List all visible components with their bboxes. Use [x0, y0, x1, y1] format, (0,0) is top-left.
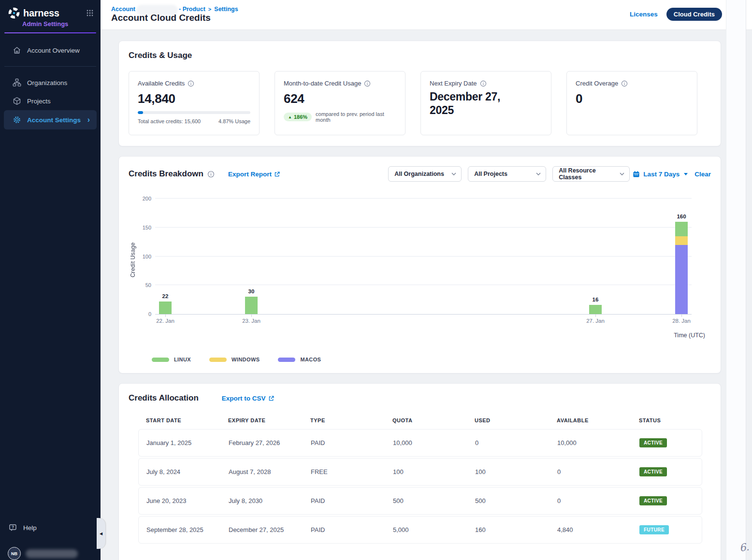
info-icon[interactable] — [480, 80, 487, 87]
table-column-header-quota: QUOTA — [392, 417, 475, 423]
legend-swatch-windows — [209, 358, 227, 362]
chevron-down-icon — [536, 172, 541, 175]
table-column-header-used: USED — [475, 417, 557, 423]
chart-gridline — [155, 198, 692, 199]
filter-select-all-projects[interactable]: All Projects — [468, 166, 546, 182]
stat-label-text: Available Credits — [138, 80, 185, 87]
cell-used: 500 — [475, 497, 557, 504]
credits-progress-fill — [138, 111, 143, 114]
sidebar: harness Admin Settings Account OverviewO… — [0, 0, 101, 560]
chart-bar-value-label: 160 — [667, 214, 696, 219]
chart-bar-segment-macos — [675, 245, 688, 314]
scrollbar-track[interactable] — [726, 0, 746, 560]
brand-name: harness — [23, 8, 59, 19]
svg-text:?: ? — [12, 525, 14, 530]
stray-annotation-mark: 6. — [738, 541, 750, 554]
breadcrumb-account-link[interactable]: Account — [111, 6, 135, 13]
cell-start_date: September 28, 2025 — [146, 526, 229, 533]
breakdown-info-icon[interactable] — [207, 171, 215, 178]
date-range-picker[interactable]: Last 7 Days — [633, 171, 688, 178]
date-range-label: Last 7 Days — [643, 171, 680, 178]
legend-item-windows[interactable]: WINDOWS — [209, 357, 260, 362]
info-icon[interactable] — [621, 80, 628, 87]
cell-status: ACTIVE — [639, 467, 702, 476]
export-report-link[interactable]: Export Report — [228, 171, 280, 178]
cell-type: PAID — [311, 526, 393, 533]
breadcrumb-settings-link[interactable]: Settings — [214, 6, 238, 13]
legend-item-macos[interactable]: MACOS — [278, 357, 321, 362]
external-link-icon — [268, 395, 275, 402]
sidebar-item-projects[interactable]: Projects — [4, 92, 97, 110]
table-row: January 1, 2025February 27, 2026PAID10,0… — [138, 429, 702, 457]
help-label: Help — [23, 524, 37, 531]
chart-bar-segment-windows — [675, 236, 688, 245]
table-column-header-type: TYPE — [310, 417, 392, 423]
chart-x-axis-label: Time (UTC) — [674, 332, 705, 339]
legend-label: WINDOWS — [231, 357, 260, 362]
sidebar-nav-divider — [4, 66, 96, 67]
credit-usage-chart: Credit Usage 050100150200223016160 Time … — [129, 195, 711, 351]
chevron-right-icon: › — [87, 116, 90, 124]
chart-gridline — [155, 227, 692, 228]
stat-card-next-expiry-date: Next Expiry DateDecember 27, 2025 — [420, 71, 551, 135]
sidebar-item-account-settings[interactable]: Account Settings› — [4, 110, 97, 129]
legend-label: MACOS — [300, 357, 321, 362]
chart-x-tick-label: 22. Jan — [144, 318, 187, 324]
cell-status: FUTURE — [639, 525, 702, 534]
cell-expiry_date: August 7, 2028 — [229, 468, 311, 475]
credits-usage-card: Credits & Usage Available Credits14,840T… — [118, 41, 721, 146]
stat-card-value: December 27, 2025 — [430, 90, 521, 117]
sidebar-collapse-handle[interactable]: ◀ — [97, 518, 105, 549]
breadcrumb-product-link[interactable]: - Product — [179, 6, 205, 13]
licenses-link[interactable]: Licenses — [630, 11, 658, 18]
caret-down-icon — [684, 173, 688, 175]
chart-y-axis-label: Credit Usage — [130, 215, 136, 277]
info-icon[interactable] — [188, 80, 194, 87]
filter-select-all-organizations[interactable]: All Organizations — [388, 166, 462, 182]
chart-bar-segment-linux — [675, 222, 688, 236]
cell-available: 0 — [557, 497, 639, 504]
filter-select-all-resource-classes[interactable]: All Resource Classes — [552, 166, 630, 182]
cell-type: FREE — [311, 468, 393, 475]
credits-allocation-title: Credits Allocation — [129, 393, 199, 403]
chart-bar-value-label: 22 — [151, 293, 180, 299]
avatar[interactable]: NB — [8, 547, 21, 560]
cell-available: 0 — [557, 468, 639, 475]
harness-logo-icon — [8, 7, 20, 19]
help-chat-icon: ? — [9, 523, 18, 532]
sidebar-item-account-overview[interactable]: Account Overview — [4, 41, 97, 59]
chevron-down-icon — [451, 172, 456, 175]
trend-up-badge: ▲186% — [284, 113, 312, 121]
page-header: Account - Product > Settings Account Clo… — [101, 0, 752, 30]
chart-x-tick-label: 23. Jan — [230, 318, 273, 324]
allocation-table: START DATEEXPIRY DATETYPEQUOTAUSEDAVAILA… — [138, 417, 702, 544]
calendar-icon — [633, 171, 640, 178]
cell-used: 160 — [475, 526, 557, 533]
cell-status: ACTIVE — [639, 496, 702, 505]
clear-filters-button[interactable]: Clear — [694, 171, 711, 178]
cell-quota: 500 — [393, 497, 475, 504]
sidebar-item-organizations[interactable]: Organizations — [4, 73, 97, 92]
app-grid-icon[interactable] — [86, 9, 94, 17]
module-name: Admin Settings — [22, 20, 101, 28]
table-column-header-expiry-date: EXPIRY DATE — [228, 417, 310, 423]
sidebar-nav: Account OverviewOrganizationsProjectsAcc… — [0, 41, 101, 129]
usage-comparison-row: ▲186%compared to prev. period last month — [284, 111, 396, 123]
cloud-credits-button[interactable]: Cloud Credits — [666, 8, 722, 21]
chart-bar-value-label: 16 — [581, 297, 610, 302]
cell-type: PAID — [311, 439, 393, 446]
sidebar-item-label: Account Overview — [27, 47, 80, 54]
chart-x-tick-label: 28. Jan — [660, 318, 703, 324]
sidebar-item-help[interactable]: ? Help — [0, 523, 101, 532]
chart-x-tick-label: 27. Jan — [574, 318, 617, 324]
page-title: Account Cloud Credits — [111, 13, 211, 23]
chart-bar-23-jan[interactable] — [245, 199, 258, 314]
table-row: September 28, 2025December 27, 2025PAID5… — [138, 516, 702, 544]
credits-usage-title: Credits & Usage — [129, 51, 711, 60]
info-icon[interactable] — [364, 80, 371, 87]
sidebar-item-label: Account Settings — [27, 116, 81, 124]
legend-item-linux[interactable]: LINUX — [152, 357, 191, 362]
main-content: Credits & Usage Available Credits14,840T… — [101, 30, 752, 560]
export-csv-link[interactable]: Export to CSV — [222, 395, 275, 402]
table-row: June 20, 2023July 8, 2030PAID5005000ACTI… — [138, 487, 702, 515]
